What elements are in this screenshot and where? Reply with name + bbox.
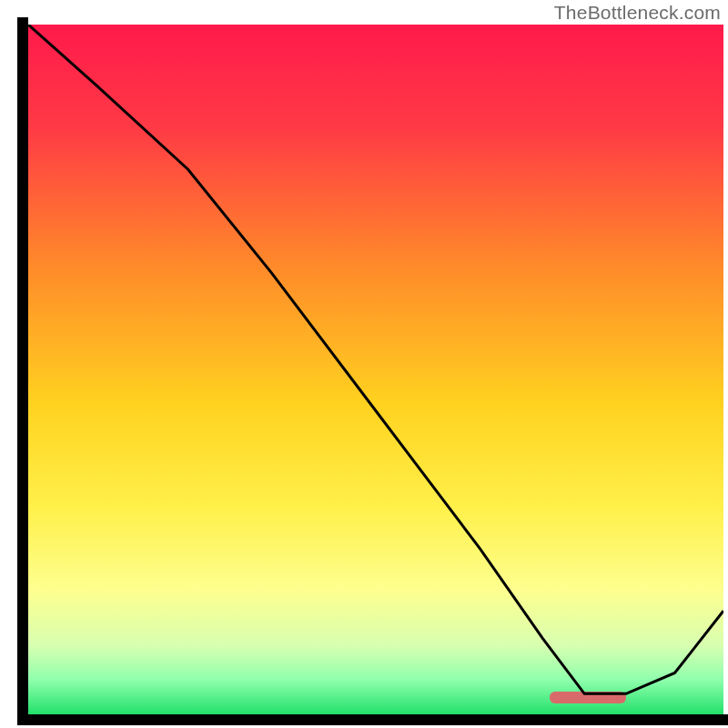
plot-area <box>28 25 723 714</box>
heatmap-gradient <box>28 25 723 714</box>
chart-container: TheBottleneck.com <box>0 0 728 728</box>
bottleneck-chart <box>0 0 728 728</box>
